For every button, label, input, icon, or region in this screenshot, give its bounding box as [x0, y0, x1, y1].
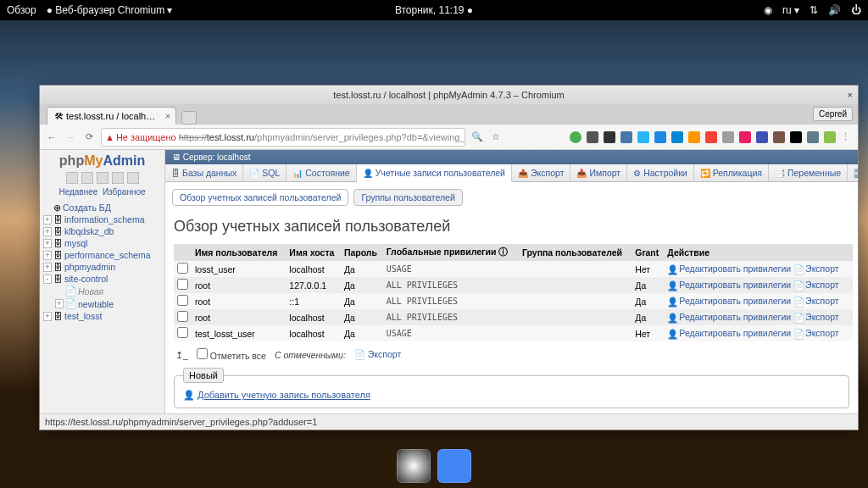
export-user-link[interactable]: 📄Экспорт: [793, 312, 838, 322]
create-db-link[interactable]: Создать БД: [63, 202, 111, 213]
ext-icon[interactable]: [671, 131, 683, 143]
export-selected[interactable]: 📄 Экспорт: [354, 349, 401, 360]
row-checkbox[interactable]: [177, 263, 188, 274]
clock[interactable]: Вторник, 11:19 ●: [395, 4, 473, 16]
expand-icon[interactable]: +: [55, 299, 64, 308]
add-user-link[interactable]: Добавить учетную запись пользователя: [198, 390, 370, 400]
row-checkbox[interactable]: [177, 311, 188, 322]
edit-priv-link[interactable]: 👤Редактировать привилегии: [667, 312, 791, 322]
export-user-link[interactable]: 📄Экспорт: [793, 280, 838, 290]
row-checkbox[interactable]: [177, 279, 188, 290]
recent-link[interactable]: Недавнее: [58, 187, 97, 197]
expand-icon[interactable]: +: [43, 239, 52, 248]
main-tab[interactable]: 📊Состояние: [287, 164, 356, 181]
edit-priv-link[interactable]: 👤Редактировать привилегии: [667, 328, 791, 338]
overview-button[interactable]: Обзор: [7, 4, 36, 16]
ext-icon[interactable]: [688, 131, 700, 143]
ext-icon[interactable]: [620, 131, 632, 143]
ext-icon[interactable]: [587, 131, 598, 143]
table-link[interactable]: Новая: [78, 286, 103, 297]
ext-icon[interactable]: [824, 131, 836, 143]
main-tab[interactable]: 🔤Кодировки: [848, 164, 858, 181]
expand-icon[interactable]: +: [43, 251, 52, 260]
main-tab[interactable]: 🔁Репликация: [694, 164, 769, 181]
home-icon[interactable]: [66, 172, 78, 184]
volume-icon[interactable]: 🔊: [828, 4, 841, 16]
db-link[interactable]: performance_schema: [64, 250, 151, 260]
profile-button[interactable]: Сергей: [813, 107, 853, 121]
main-tab[interactable]: 📄SQL: [243, 164, 287, 181]
power-icon[interactable]: ⏻: [851, 4, 861, 16]
ext-icon[interactable]: [637, 131, 649, 143]
expand-icon[interactable]: +: [43, 215, 52, 225]
export-user-link[interactable]: 📄Экспорт: [793, 328, 838, 338]
db-link[interactable]: phpmyadmin: [64, 262, 115, 272]
ext-icon[interactable]: [604, 131, 615, 143]
edit-priv-link[interactable]: 👤Редактировать привилегии: [667, 263, 791, 274]
db-link[interactable]: klbqdskz_db: [64, 226, 114, 236]
row-checkbox[interactable]: [177, 327, 188, 338]
insecure-badge[interactable]: ▲ Не защищено: [105, 132, 176, 142]
a11y-icon[interactable]: ◉: [764, 4, 772, 16]
menu-icon[interactable]: ⋮: [841, 131, 853, 143]
ext-icon[interactable]: [773, 131, 785, 143]
subtab-groups[interactable]: Группы пользователей: [353, 189, 462, 206]
omnibox[interactable]: ▲ Не защищено https://test.losst.ru/phpm…: [101, 128, 465, 147]
db-link[interactable]: mysql: [64, 238, 87, 248]
tab-close-icon[interactable]: ×: [165, 111, 170, 121]
logout-icon[interactable]: [81, 172, 93, 184]
main-tab[interactable]: 📤Экспорт: [512, 164, 570, 181]
subtab-overview[interactable]: Обзор учетных записей пользователей: [172, 189, 348, 206]
dock-app[interactable]: [437, 449, 471, 483]
docs-icon[interactable]: [97, 172, 108, 184]
server-breadcrumb[interactable]: 🖥 Сервер: localhost: [165, 150, 858, 164]
ext-icon[interactable]: [654, 131, 666, 143]
new-tab-button[interactable]: [181, 111, 197, 125]
expand-icon[interactable]: +: [43, 312, 52, 321]
search-in-page-icon[interactable]: 🔍: [470, 130, 484, 144]
ext-icon[interactable]: [705, 131, 717, 143]
col-user[interactable]: Имя пользователя: [192, 244, 286, 261]
main-tab[interactable]: 👤Учетные записи пользователей: [357, 164, 512, 182]
export-user-link[interactable]: 📄Экспорт: [793, 263, 838, 274]
col-host[interactable]: Имя хоста: [286, 244, 341, 261]
expand-icon[interactable]: +: [43, 227, 52, 236]
ext-icon[interactable]: [722, 131, 734, 143]
main-tab[interactable]: 🗄Базы данных: [165, 164, 243, 181]
export-user-link[interactable]: 📄Экспорт: [793, 296, 838, 306]
back-icon[interactable]: ←: [45, 130, 58, 144]
col-priv[interactable]: Глобальные привилегии ⓘ: [383, 244, 519, 261]
col-grant[interactable]: Grant: [632, 244, 664, 261]
window-close-icon[interactable]: ×: [848, 90, 853, 100]
table-link[interactable]: newtable: [78, 299, 114, 309]
reload-icon[interactable]: ⟳: [82, 130, 96, 144]
reload-tree-icon[interactable]: [127, 172, 139, 184]
main-tab[interactable]: 📥Импорт: [570, 164, 627, 181]
ext-icon[interactable]: [739, 131, 751, 143]
row-checkbox[interactable]: [177, 295, 188, 306]
expand-icon[interactable]: -: [43, 274, 52, 284]
settings-icon[interactable]: [112, 172, 124, 184]
star-icon[interactable]: ☆: [489, 130, 503, 144]
dock-app[interactable]: [397, 449, 431, 483]
network-icon[interactable]: ⇅: [810, 4, 818, 16]
expand-icon[interactable]: +: [43, 263, 52, 272]
active-app[interactable]: ● Веб-браузер Chromium ▾: [47, 4, 173, 16]
ext-icon[interactable]: [756, 131, 768, 143]
help-icon[interactable]: ⓘ: [498, 247, 508, 257]
col-group[interactable]: Группа пользователей: [519, 244, 632, 261]
lang-indicator[interactable]: ru ▾: [782, 4, 799, 16]
edit-priv-link[interactable]: 👤Редактировать привилегии: [667, 296, 791, 306]
db-link[interactable]: information_schema: [64, 214, 145, 225]
favorites-link[interactable]: Избранное: [103, 187, 146, 197]
db-link[interactable]: site-control: [64, 274, 108, 284]
edit-priv-link[interactable]: 👤Редактировать привилегии: [667, 280, 791, 290]
main-tab[interactable]: ⚙Настройки: [627, 164, 694, 181]
ext-icon[interactable]: [790, 131, 802, 143]
browser-tab[interactable]: 🛠 test.losst.ru / localh… ×: [47, 107, 176, 125]
col-pwd[interactable]: Пароль: [341, 244, 383, 261]
check-all[interactable]: Отметить все: [197, 348, 266, 361]
main-tab[interactable]: 📑Переменные: [769, 164, 848, 181]
ext-icon[interactable]: [570, 131, 581, 143]
db-link[interactable]: test_losst: [64, 311, 102, 321]
